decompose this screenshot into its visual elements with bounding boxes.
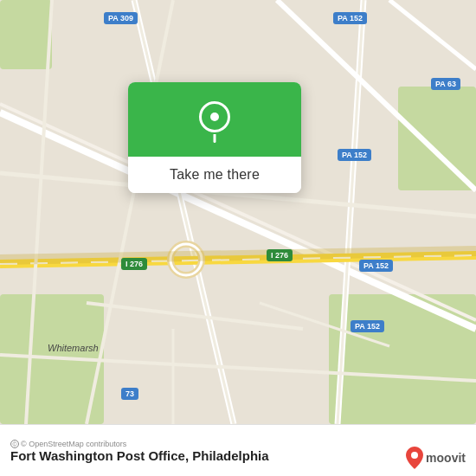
svg-rect-3 — [398, 87, 476, 190]
location-title: Fort Washington Post Office, Philadelphi… — [10, 448, 466, 463]
road-badge-pa63: PA 63 — [431, 78, 460, 90]
copyright-symbol: © — [10, 440, 19, 448]
take-me-there-button[interactable]: Take me there — [128, 157, 301, 193]
moovit-pin-icon — [406, 447, 423, 469]
map-container: PA 309 PA 152 PA 152 PA 152 PA 152 PA 63… — [0, 0, 476, 424]
route-card: Take me there — [128, 82, 301, 193]
svg-rect-4 — [0, 0, 52, 69]
svg-rect-2 — [329, 294, 476, 424]
road-badge-pa152-top: PA 152 — [333, 12, 367, 24]
road-badge-pa152-bottom: PA 152 — [351, 320, 384, 332]
road-badge-i276-left: I 276 — [121, 258, 147, 270]
card-green-section — [128, 82, 301, 157]
whitemarsh-label: Whitemarsh — [48, 343, 99, 353]
road-badge-pa152-mid: PA 152 — [338, 149, 371, 161]
road-badge-73: 73 — [121, 388, 138, 400]
moovit-logo: moovit — [406, 447, 466, 469]
moovit-text: moovit — [426, 451, 466, 465]
openstreetmap-text: © OpenStreetMap contributors — [21, 440, 126, 448]
location-pin-icon — [197, 101, 232, 136]
road-badge-pa309: PA 309 — [104, 12, 138, 24]
map-svg — [0, 0, 476, 424]
copyright-text: © © OpenStreetMap contributors — [10, 440, 466, 448]
road-badge-i276-right: I 276 — [267, 249, 293, 261]
road-badge-pa152-lower: PA 152 — [359, 260, 393, 272]
bottom-bar: © © OpenStreetMap contributors Fort Wash… — [0, 424, 476, 476]
svg-point-25 — [411, 452, 418, 459]
